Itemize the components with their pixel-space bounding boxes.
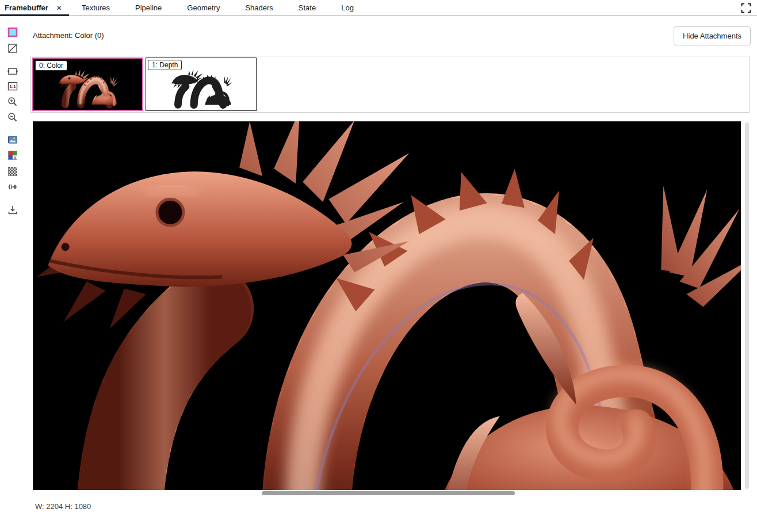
- tab-shaders[interactable]: Shaders: [232, 0, 285, 16]
- save-image-button[interactable]: [6, 203, 20, 217]
- image-icon: [7, 134, 18, 146]
- tab-label: State: [299, 3, 316, 12]
- close-tab-icon[interactable]: ✕: [56, 4, 62, 12]
- fit-to-window-button[interactable]: [6, 64, 20, 78]
- rgba-channels-button[interactable]: a: [6, 148, 20, 162]
- attachment-header-label: Attachment: Color (0): [33, 31, 104, 40]
- framebuffer-image: [33, 121, 741, 490]
- tab-geometry[interactable]: Geometry: [174, 0, 232, 16]
- framebuffer-size-label: W: 2204 H: 1080: [35, 502, 91, 511]
- vertical-scrollbar-thumb[interactable]: [745, 123, 749, 489]
- tab-label: Log: [341, 3, 354, 12]
- actual-size-label: 1:1: [10, 84, 16, 89]
- fullscreen-icon[interactable]: [741, 3, 751, 13]
- rgba-channels-icon: a: [7, 150, 18, 161]
- attachment-thumb-depth[interactable]: 1: Depth: [146, 58, 257, 111]
- show-image-button[interactable]: [6, 133, 20, 147]
- expand-corners-icon: [741, 3, 751, 13]
- checkerboard-icon: [7, 166, 18, 177]
- tab-label: Textures: [82, 3, 110, 12]
- tab-label: Geometry: [187, 3, 220, 12]
- background-color-swatch-button[interactable]: [6, 25, 20, 39]
- actual-size-button[interactable]: 1:1: [6, 79, 20, 93]
- tab-label: Pipeline: [135, 3, 162, 12]
- alpha-checkerboard-button[interactable]: [6, 164, 20, 178]
- zoom-out-button[interactable]: [6, 110, 20, 124]
- attachment-label: 1: Depth: [148, 60, 182, 70]
- save-download-icon: [7, 204, 18, 216]
- actual-size-icon: 1:1: [7, 81, 18, 92]
- framebuffer-viewport[interactable]: [33, 121, 741, 490]
- value-range-button[interactable]: [6, 180, 20, 194]
- horizontal-scrollbar[interactable]: [33, 491, 741, 496]
- tab-textures[interactable]: Textures: [69, 0, 123, 16]
- hide-attachments-button[interactable]: Hide Attachments: [674, 26, 751, 45]
- tab-pipeline[interactable]: Pipeline: [123, 0, 174, 16]
- vertical-scrollbar[interactable]: [744, 121, 750, 490]
- no-alpha-background-button[interactable]: [6, 41, 20, 55]
- tab-label: Shaders: [245, 3, 273, 12]
- attachment-label: 0: Color: [35, 60, 67, 71]
- no-alpha-background-icon: [7, 43, 18, 54]
- attachments-strip: 0: Color 1: Depth: [30, 56, 750, 113]
- fit-to-window-icon: [7, 66, 18, 77]
- viewer-toolbar: 1:1 a: [0, 16, 25, 532]
- attachment-thumb-color[interactable]: 0: Color: [32, 58, 143, 111]
- zoom-in-icon: [7, 96, 18, 108]
- svg-text:a: a: [14, 155, 16, 159]
- tab-label: Framebuffer: [5, 3, 48, 12]
- zoom-out-icon: [7, 112, 18, 123]
- horizontal-scrollbar-thumb[interactable]: [262, 491, 515, 495]
- tab-log[interactable]: Log: [328, 0, 366, 16]
- range-slider-icon: [7, 181, 18, 193]
- zoom-in-button[interactable]: [6, 95, 20, 109]
- tab-framebuffer[interactable]: Framebuffer ✕: [0, 0, 69, 16]
- tab-bar: Framebuffer ✕ Textures Pipeline Geometry…: [0, 0, 757, 16]
- tab-state[interactable]: State: [286, 0, 328, 16]
- background-color-swatch-icon: [7, 26, 18, 38]
